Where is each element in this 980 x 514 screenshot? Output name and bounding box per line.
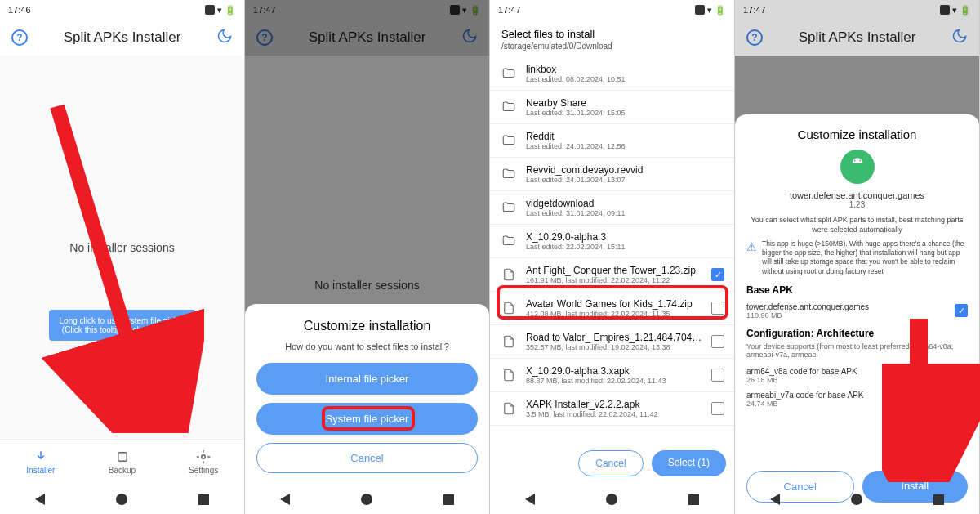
package-name: tower.defense.ant.conquer.games <box>746 190 968 200</box>
file-meta: 412.08 MB, last modified: 22.02.2024, 11… <box>526 310 703 318</box>
file-meta: 88.87 MB, last modified: 22.02.2024, 11:… <box>526 377 703 385</box>
file-meta: Last edited: 24.01.2024, 12:56 <box>526 142 724 150</box>
file-meta: 161.91 MB, last modified: 22.02.2024, 11… <box>526 276 703 284</box>
home-button[interactable] <box>851 494 862 505</box>
folder-icon <box>500 234 518 248</box>
file-icon <box>500 401 518 416</box>
file-meta: 352.57 MB, last modified: 19.02.2024, 13… <box>526 343 703 351</box>
app-title: Split APKs Installer <box>799 29 916 46</box>
install-apks-button[interactable]: Install APKs <box>69 346 175 375</box>
home-button[interactable] <box>606 494 617 505</box>
size-warning: ⚠ This app is huge (>150MB). With huge a… <box>746 239 968 275</box>
checkbox-icon[interactable] <box>711 402 724 415</box>
file-row[interactable]: Road to Valor_ Empires_1.21.484.70450.zi… <box>490 325 734 359</box>
app-bar: ? Split APKs Installer <box>735 20 979 56</box>
back-button[interactable] <box>525 494 535 505</box>
file-row[interactable]: linkboxLast edited: 08.02.2024, 10:51 <box>490 57 734 91</box>
file-name: XAPK Installer_v2.2.2.apk <box>526 399 703 410</box>
file-list[interactable]: linkboxLast edited: 08.02.2024, 10:51Nea… <box>490 57 734 442</box>
screen-4: 17:47 ▾🔋 ? Split APKs Installer Customiz… <box>735 0 980 514</box>
android-nav <box>490 485 734 514</box>
sheet-title: Customize installation <box>256 319 478 333</box>
nav-settings[interactable]: Settings <box>163 440 244 485</box>
file-meta: Last edited: 08.02.2024, 10:51 <box>526 75 724 83</box>
arch-row[interactable]: arm64_v8a code for base APK 26.18 MB ✓ <box>746 364 968 387</box>
file-name: Ant Fight_ Conquer the Tower_1.23.zip <box>526 265 703 276</box>
cancel-button[interactable]: Cancel <box>578 450 643 476</box>
android-icon <box>840 150 875 184</box>
status-bar: 17:47 ▾🔋 <box>735 0 979 20</box>
nav-installer[interactable]: Installer <box>0 440 82 485</box>
internal-picker-button[interactable]: Internal file picker <box>256 363 478 395</box>
file-name: Nearby Share <box>526 97 724 109</box>
screen-1: 17:46 ▾🔋 ? Split APKs Installer No insta… <box>0 0 245 514</box>
checkbox-icon[interactable] <box>711 335 724 348</box>
file-row[interactable]: XAPK Installer_v2.2.2.apk3.5 MB, last mo… <box>490 392 734 426</box>
file-meta: Last edited: 22.02.2024, 15:11 <box>526 243 724 251</box>
back-button[interactable] <box>280 494 290 505</box>
file-name: Revvid_com.devayo.revvid <box>526 164 724 176</box>
nav-backup[interactable]: Backup <box>82 440 163 485</box>
android-nav <box>245 485 489 514</box>
file-meta: 3.5 MB, last modified: 22.02.2024, 11:42 <box>526 410 703 418</box>
settings-icon <box>196 449 211 464</box>
arch-section: Configuration: Architecture <box>746 328 968 339</box>
help-icon[interactable]: ? <box>11 29 28 46</box>
file-row[interactable]: Ant Fight_ Conquer the Tower_1.23.zip161… <box>490 258 734 292</box>
cancel-button[interactable]: Cancel <box>256 443 478 473</box>
file-row[interactable]: Avatar World Games for Kids_1.74.zip412.… <box>490 292 734 325</box>
file-name: Avatar World Games for Kids_1.74.zip <box>526 298 703 310</box>
checkbox-icon[interactable] <box>955 392 968 405</box>
file-row[interactable]: vidgetdownloadLast edited: 31.01.2024, 0… <box>490 191 734 225</box>
app-bar: ? Split APKs Installer <box>0 20 244 56</box>
select-button[interactable]: Select (1) <box>652 450 726 476</box>
checkbox-icon[interactable] <box>711 302 724 315</box>
moon-icon[interactable] <box>216 28 233 47</box>
file-name: linkbox <box>526 64 724 75</box>
android-nav <box>0 485 244 514</box>
file-icon <box>500 334 518 349</box>
svg-point-1 <box>202 455 206 459</box>
file-name: vidgetdownload <box>526 198 724 209</box>
file-icon <box>500 267 518 282</box>
file-icon <box>500 368 518 382</box>
moon-icon[interactable] <box>951 28 968 47</box>
package-version: 1.23 <box>746 200 968 209</box>
recents-button[interactable] <box>198 494 209 505</box>
file-name: X_10.29.0-alpha.3 <box>526 231 724 243</box>
install-description: You can select what split APK parts to i… <box>746 216 968 235</box>
status-bar: 17:46 ▾🔋 <box>0 0 244 20</box>
folder-icon <box>500 200 518 215</box>
checkbox-icon[interactable]: ✓ <box>955 304 968 317</box>
install-tooltip[interactable]: Long click to use system file picker (Cl… <box>49 310 196 341</box>
picker-actions: Cancel Select (1) <box>490 442 734 485</box>
checkbox-icon[interactable]: ✓ <box>711 268 724 281</box>
file-row[interactable]: Revvid_com.devayo.revvidLast edited: 24.… <box>490 158 734 191</box>
warning-icon: ⚠ <box>746 239 757 275</box>
checkbox-icon[interactable]: ✓ <box>955 369 968 382</box>
back-button[interactable] <box>770 494 780 505</box>
screen-3: 17:47 ▾🔋 Select files to install /storag… <box>490 0 735 514</box>
base-apk-row[interactable]: tower.defense.ant.conquer.games 110.96 M… <box>746 299 968 323</box>
installer-icon <box>33 449 48 464</box>
folder-icon <box>500 167 518 181</box>
picker-path: /storage/emulated/0/Download <box>501 42 723 51</box>
recents-button[interactable] <box>688 494 699 505</box>
recents-button[interactable] <box>933 494 944 505</box>
back-button[interactable] <box>35 494 45 505</box>
home-button[interactable] <box>116 494 127 505</box>
install-icon <box>86 355 97 367</box>
checkbox-icon[interactable] <box>711 369 724 382</box>
file-row[interactable]: Nearby ShareLast edited: 31.01.2024, 15:… <box>490 91 734 124</box>
file-row[interactable]: X_10.29.0-alpha.3.xapk88.87 MB, last mod… <box>490 359 734 392</box>
recents-button[interactable] <box>443 494 454 505</box>
folder-icon <box>500 100 518 114</box>
status-bar: 17:47 ▾🔋 <box>490 0 734 20</box>
arch-row[interactable]: armeabi_v7a code for base APK 24.74 MB <box>746 387 968 411</box>
file-row[interactable]: RedditLast edited: 24.01.2024, 12:56 <box>490 124 734 158</box>
android-nav <box>735 485 979 514</box>
help-icon[interactable]: ? <box>746 29 763 46</box>
home-button[interactable] <box>361 494 372 505</box>
file-row[interactable]: X_10.29.0-alpha.3Last edited: 22.02.2024… <box>490 225 734 258</box>
system-picker-button[interactable]: System file picker <box>256 403 478 435</box>
